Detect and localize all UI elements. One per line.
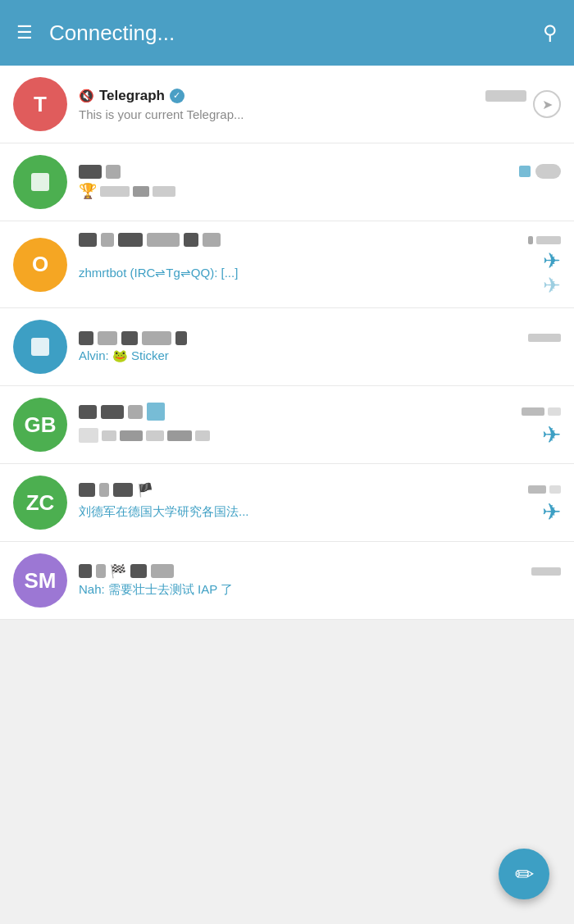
telegram-icon-2: ✈	[543, 275, 561, 296]
name-blur-3	[128, 405, 143, 419]
name-blur-1	[79, 405, 97, 419]
chat-preview: Alvin: 🐸 Sticker	[79, 348, 561, 363]
name-blur-1	[79, 233, 97, 247]
avatar-inner-square	[31, 173, 49, 191]
verified-badge: ✓	[170, 89, 184, 103]
chat-content: 🏴 刘德军在德国大学研究各国法... ✈	[79, 482, 561, 524]
chat-preview: zhmrtbot (IRC⇌Tg⇌QQ): [...]	[79, 266, 538, 280]
name-blur-3	[118, 233, 143, 247]
chat-content: ✈	[79, 403, 561, 447]
chat-name: Telegraph	[99, 88, 165, 104]
unread-count	[535, 164, 561, 179]
time-blur-2	[536, 236, 561, 244]
name-blur-2	[106, 165, 121, 179]
share-icon[interactable]: ➤	[533, 90, 561, 118]
chat-preview: Nah: 需要壮士去测试 IAP 了	[79, 582, 561, 598]
chat-time	[485, 90, 526, 102]
chat-content: 🏁 Nah: 需要壮士去测试 IAP 了	[79, 563, 561, 598]
search-icon[interactable]: ⚲	[543, 21, 558, 44]
name-blur-3	[113, 483, 133, 497]
name-blur-1	[79, 483, 95, 497]
mute-icon: 🔇	[79, 89, 94, 103]
chat-preview: This is your current Telegrap...	[79, 107, 526, 121]
name-blur-4	[142, 331, 171, 345]
avatar: O	[13, 238, 67, 292]
telegram-icon: ✈	[542, 499, 561, 525]
avatar: T	[13, 77, 67, 131]
name-blur-3	[121, 331, 138, 345]
chat-content: 🔇 Telegraph ✓ This is your current Teleg…	[79, 88, 526, 121]
name-blur-4	[147, 233, 180, 247]
list-item[interactable]: Alvin: 🐸 Sticker	[0, 308, 574, 386]
chat-content: 🏆	[79, 164, 561, 200]
header-title: Connecting...	[49, 20, 543, 46]
list-item[interactable]: T 🔇 Telegraph ✓ This is your current Tel…	[0, 66, 574, 143]
name-blur-3	[130, 564, 147, 578]
preview-img	[79, 428, 98, 443]
unread-dot	[519, 166, 531, 177]
name-blur-5	[184, 233, 198, 247]
time-blur	[531, 567, 561, 576]
time-blur	[528, 334, 561, 342]
menu-icon[interactable]: ☰	[16, 24, 33, 42]
unread-square	[147, 403, 165, 421]
list-item[interactable]: ZC 🏴 刘德军在德国大学研究各国法... ✈	[0, 464, 574, 542]
list-item[interactable]: 🏆	[0, 143, 574, 221]
chat-content: Alvin: 🐸 Sticker	[79, 331, 561, 363]
chat-preview: 刘德军在德国大学研究各国法...	[79, 504, 537, 520]
name-blur-2	[101, 405, 124, 419]
name-blur-5	[175, 331, 187, 345]
header: ☰ Connecting... ⚲	[0, 0, 574, 66]
name-blur-1	[79, 165, 102, 179]
name-blur-2	[101, 233, 114, 247]
list-item[interactable]: SM 🏁 Nah: 需要壮士去测试 IAP 了	[0, 542, 574, 620]
chat-preview-blurred	[79, 428, 210, 443]
telegram-icon: ✈	[542, 422, 561, 448]
chat-preview-blurred: 🏆	[79, 182, 175, 200]
avatar: GB	[13, 398, 67, 452]
name-blur-1	[79, 331, 93, 345]
name-blur-4	[151, 564, 174, 578]
time-blur	[522, 407, 544, 416]
name-blur-1	[79, 564, 92, 578]
chat-right: ➤	[533, 90, 561, 118]
name-blur-2	[98, 331, 117, 345]
chat-content: zhmrtbot (IRC⇌Tg⇌QQ): [...] ✈ ✈	[79, 233, 561, 296]
avatar: SM	[13, 553, 67, 608]
name-blur-2	[96, 564, 106, 578]
avatar	[13, 155, 67, 209]
chat-list: T 🔇 Telegraph ✓ This is your current Tel…	[0, 66, 574, 620]
avatar-inner-square	[31, 338, 49, 356]
time-blur-2	[549, 485, 561, 494]
telegram-icon: ✈	[543, 250, 561, 271]
avatar	[13, 320, 67, 374]
time-blur-1	[528, 236, 533, 244]
name-blur-2	[99, 483, 109, 497]
avatar: ZC	[13, 476, 67, 530]
list-item[interactable]: O zhmrtbot (IRC⇌Tg⇌QQ): [...]	[0, 221, 574, 308]
time-blur	[528, 485, 546, 494]
list-item[interactable]: GB	[0, 386, 574, 464]
compose-fab[interactable]: ✏	[499, 849, 549, 899]
name-blur-6	[203, 233, 221, 247]
time-blur-2	[548, 407, 561, 416]
